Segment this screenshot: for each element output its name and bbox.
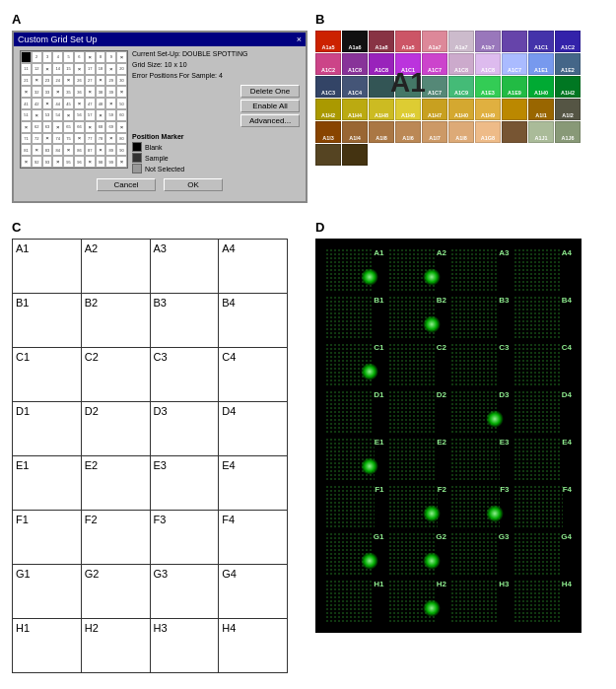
bright-spot (423, 552, 441, 570)
mini-grid-cell: × (63, 144, 74, 156)
mini-grid-cell: 39 (105, 86, 116, 98)
colormap-cell: A1J6 (555, 121, 581, 143)
mini-grid-cell: × (52, 86, 63, 98)
colormap-cell: A1C2 (555, 31, 581, 52)
colormap-cell: A1C8 (448, 53, 474, 75)
micro-cell: G2 (386, 530, 449, 578)
micro-cell-label: A3 (499, 248, 509, 257)
micro-cell: E1 (323, 436, 386, 483)
mini-grid-cell: 5 (63, 51, 74, 63)
dialog-title: Custom Grid Set Up (18, 34, 98, 44)
colormap-cell: A1E1 (528, 53, 554, 75)
mini-grid-cell: 98 (96, 156, 106, 168)
table-row: E1E2E3E4 (13, 455, 288, 510)
micro-cell: F4 (512, 483, 575, 530)
mini-grid-cell: 38 (96, 86, 106, 98)
dialog-content: 23456×89×1112×1415×1718×2021×2324×2627×2… (20, 50, 300, 174)
enable-all-btn[interactable]: Enable All (240, 100, 300, 112)
micro-cell: E4 (512, 436, 575, 483)
colormap-cell: A1C2 (315, 53, 341, 75)
legend-blank: Blank (132, 142, 300, 152)
table-cell: H4 (219, 618, 288, 672)
sample-swatch (132, 153, 142, 163)
micro-cell-label: E4 (562, 438, 572, 447)
position-marker-label: Position Marker (132, 133, 300, 140)
colormap-cell (315, 144, 341, 166)
bright-spot (361, 268, 378, 286)
table-cell: H3 (150, 618, 219, 672)
mini-grid-cell: 24 (52, 75, 63, 87)
micro-cell-label: D2 (437, 390, 446, 399)
micro-cell: F3 (448, 483, 512, 530)
table-cell: D2 (81, 401, 150, 455)
micro-cell-label: C1 (374, 343, 383, 352)
colormap-cell (502, 31, 527, 52)
mini-grid-cell: × (96, 75, 106, 87)
mini-grid-cell: 78 (96, 133, 106, 145)
dialog-titlebar: Custom Grid Set Up × (14, 33, 306, 46)
dot-pattern (450, 248, 499, 292)
mini-grid-cell: 33 (42, 86, 53, 98)
colormap-cell: A1C1 (528, 31, 554, 52)
micro-cell: D3 (448, 388, 512, 436)
table-cell: F4 (219, 510, 288, 564)
micro-cell-label: F3 (500, 485, 509, 494)
mini-grid-cell: 30 (116, 75, 127, 87)
mini-grid-cell: 42 (32, 98, 42, 109)
micro-cell: E2 (386, 436, 449, 483)
mini-grid-cell: × (32, 109, 42, 121)
colormap-cell: A1E2 (555, 53, 581, 75)
micro-cell-label: C2 (437, 343, 446, 352)
cancel-btn[interactable]: Cancel (97, 178, 156, 191)
advanced-btn[interactable]: Advanced... (240, 114, 300, 127)
blank-swatch (132, 142, 142, 152)
micro-cell: C2 (386, 341, 449, 388)
colormap-cell: A1C8 (475, 53, 501, 75)
table-cell: B1 (13, 293, 82, 347)
microarray-image: A1A2A3A4B1B2B3B4C1C2C3C4D1D2D3D4E1E2E3E4… (315, 239, 582, 633)
delete-one-btn[interactable]: Delete One (240, 85, 300, 98)
mini-grid-cell: × (63, 75, 74, 87)
mini-grid-cell: 74 (52, 133, 63, 145)
mini-grid-cell: × (74, 63, 85, 75)
table-cell: G4 (219, 564, 288, 618)
panel-b: B A1a5A1a6A1a8A1a5A1a7A1a7A1b7A1C1A1C2A1… (311, 8, 608, 212)
micro-cell: C4 (512, 341, 575, 388)
panel-a-label: A (12, 12, 308, 27)
sample-label: Sample (145, 155, 169, 162)
micro-cell: A4 (512, 246, 575, 294)
bright-spot (423, 268, 441, 286)
mini-grid-cell: 17 (85, 63, 96, 75)
colormap-cell: A1I1 (528, 99, 554, 120)
micro-cell-label: E1 (375, 438, 384, 447)
mini-grid-cell: 72 (32, 133, 42, 145)
table-cell: D3 (150, 401, 219, 455)
grid-table: A1A2A3A4B1B2B3B4C1C2C3C4D1D2D3D4E1E2E3E4… (12, 239, 288, 673)
mini-grid-cell: × (85, 156, 96, 168)
colormap-cell: A1I7 (422, 121, 447, 143)
mini-grid-cell: 8 (96, 51, 106, 63)
panel-d-label: D (315, 220, 604, 235)
table-row: C1C2C3C4 (13, 347, 288, 401)
mini-grid-cell: × (52, 121, 63, 133)
mini-grid-cell: × (32, 144, 42, 156)
mini-grid-cell: × (52, 156, 63, 168)
table-cell: E4 (219, 455, 288, 510)
micro-cell-label: G2 (436, 532, 446, 541)
micro-grid: A1A2A3A4B1B2B3B4C1C2C3C4D1D2D3D4E1E2E3E4… (315, 239, 582, 633)
dot-pattern (325, 485, 375, 528)
mini-grid-cell: 14 (52, 63, 63, 75)
micro-cell-label: E2 (437, 438, 446, 447)
mini-grid-cell: 9 (105, 51, 116, 63)
ok-btn[interactable]: OK (164, 178, 223, 191)
colormap-cell: A1 (395, 76, 421, 98)
dot-pattern (450, 296, 499, 339)
table-cell: A3 (150, 239, 219, 293)
mini-grid-cell: 54 (52, 109, 63, 121)
mini-grid-cell: 3 (42, 51, 53, 63)
dot-pattern (513, 248, 562, 292)
mini-grid-cell: × (74, 133, 85, 145)
table-cell: B3 (150, 293, 219, 347)
bright-spot (423, 599, 441, 617)
dialog-close-btn[interactable]: × (297, 34, 302, 44)
